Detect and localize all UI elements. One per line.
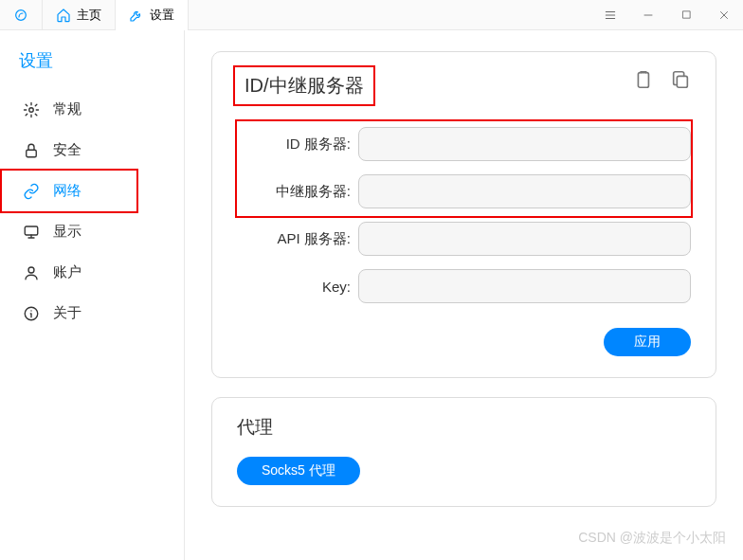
relay-server-input[interactable] [358,174,691,208]
info-icon [23,305,40,322]
content-area: ID/中继服务器 ID 服务器: 中继服务器: API 服务 [185,30,743,560]
tab-home-label: 主页 [77,7,101,24]
sidebar-item-label: 账户 [53,263,82,281]
menu-button[interactable] [591,0,629,30]
id-relay-card: ID/中继服务器 ID 服务器: 中继服务器: API 服务 [211,51,716,378]
sidebar-item-label: 安全 [53,141,82,159]
sidebar-item-network[interactable]: 网络 [0,171,184,211]
link-icon [23,183,40,200]
sidebar-item-label: 常规 [53,100,82,118]
sidebar-item-label: 网络 [53,182,82,200]
close-button[interactable] [705,0,743,30]
app-logo-tab[interactable] [0,0,43,30]
tab-settings-label: 设置 [150,7,174,24]
svg-point-0 [16,9,27,20]
minimize-button[interactable] [629,0,667,30]
gear-icon [23,101,40,118]
api-server-label: API 服务器: [237,230,358,248]
tab-settings[interactable]: 设置 [116,0,189,30]
wrench-icon [129,8,144,23]
api-server-input[interactable] [358,222,691,256]
sidebar: 设置 常规 安全 网络 显示 账户 关于 [0,30,185,560]
paste-button[interactable] [632,69,653,90]
svg-point-2 [29,107,34,112]
sidebar-item-display[interactable]: 显示 [0,211,184,252]
svg-rect-8 [677,76,687,87]
apply-button[interactable]: 应用 [604,328,691,356]
home-icon [56,8,71,23]
sidebar-title: 设置 [0,44,184,89]
card-title: ID/中继服务器 [237,69,372,102]
window-controls [591,0,743,30]
id-server-input[interactable] [358,127,691,161]
svg-rect-1 [682,11,689,18]
maximize-button[interactable] [667,0,705,30]
sidebar-item-account[interactable]: 账户 [0,252,184,293]
copy-button[interactable] [670,69,691,90]
relay-server-label: 中继服务器: [237,183,358,201]
svg-rect-7 [638,73,648,88]
user-icon [23,264,40,281]
proxy-card: 代理 Socks5 代理 [211,397,716,507]
socks5-proxy-button[interactable]: Socks5 代理 [237,457,360,485]
svg-rect-4 [25,226,38,235]
tab-home[interactable]: 主页 [43,0,116,30]
key-input[interactable] [358,269,691,303]
sidebar-item-security[interactable]: 安全 [0,130,184,171]
svg-rect-3 [27,150,37,157]
sidebar-item-label: 显示 [53,223,82,241]
monitor-icon [23,224,40,241]
watermark: CSDN @波波是个小太阳 [578,530,726,547]
svg-point-5 [28,267,34,273]
lock-icon [23,142,40,159]
sidebar-item-label: 关于 [53,304,82,322]
id-server-label: ID 服务器: [237,135,358,154]
sidebar-item-general[interactable]: 常规 [0,89,184,130]
rustdesk-logo-icon [13,8,28,23]
key-label: Key: [237,279,358,295]
titlebar: 主页 设置 [0,0,743,30]
card-title: 代理 [237,415,691,440]
sidebar-item-about[interactable]: 关于 [0,293,184,334]
